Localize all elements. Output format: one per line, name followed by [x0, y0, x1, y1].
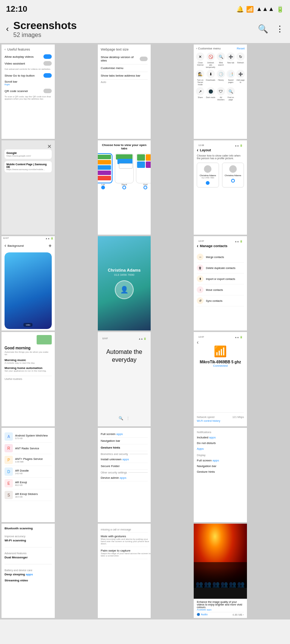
merge-contacts-option[interactable]: ↔ Merge contacts [197, 252, 244, 263]
refresh-icon[interactable]: ↻ Refresh [236, 52, 245, 68]
tabs-below-option[interactable]: Show tabs below address bar [101, 72, 148, 80]
cell-manage-contacts[interactable]: 12:07 ▲▲ 🔋 ‹ Manage contacts ↔ Merge con… [194, 236, 247, 330]
dark-mode-icon[interactable]: 🌑 Dark mode [206, 87, 215, 101]
customise-menu-option[interactable]: Customise menu [101, 65, 148, 72]
qr-scanner-item: QR code scanner To scan a QR code, tap t… [5, 89, 52, 100]
tabs-options: List Stack [98, 153, 151, 189]
layout-radio-1[interactable] [206, 181, 210, 185]
close-tabs-button[interactable]: ✕ [47, 143, 52, 149]
layout-option-2[interactable]: Christina Adams [222, 163, 244, 188]
downloads-icon[interactable]: ⬇ Downloads [206, 70, 215, 86]
desktop-version-row[interactable]: Show desktop version of sites [101, 54, 148, 65]
background-back-icon[interactable]: ‹ [5, 243, 6, 248]
ad-blockers-icon[interactable]: 🛡 Ad blockers [217, 87, 225, 101]
cell-notifications[interactable]: Notifications Included apps Do not distu… [194, 428, 247, 522]
wifi-back-icon[interactable]: ‹ [197, 339, 244, 345]
customise-back-nav: ‹ Customise menu [196, 47, 221, 50]
saved-pages-icon[interactable]: 📑 Saved pages [227, 70, 235, 86]
wifi-history-link[interactable]: Wi-Fi control history [197, 418, 244, 423]
fullscreen-apps-notif[interactable]: Full screen apps [197, 458, 244, 463]
delete-icon: 🗑 [197, 264, 204, 271]
navbar-item: Navigation bar [101, 438, 148, 444]
web-search-icon[interactable]: 🔍 Web search [217, 52, 225, 68]
stack-radio[interactable] [122, 186, 126, 189]
secret-mode-icon[interactable]: 🕵 Turn on Secret mode [196, 70, 204, 86]
layout-options: Christina Adams 012 3456 7890 Christina … [197, 163, 244, 188]
manage-contacts-title: Manage contacts [200, 244, 227, 248]
desktop-toggle[interactable] [140, 57, 148, 61]
dnd-item[interactable]: Do not disturb [197, 440, 244, 446]
new-tab-icon[interactable]: ➕ New tab [227, 52, 235, 68]
layout-back-icon[interactable]: ‹ [197, 148, 198, 153]
app-ant-radio[interactable]: R ANT Radio Service [5, 443, 52, 454]
gotop-toggle[interactable] [43, 73, 52, 78]
video-badge: video [23, 323, 32, 327]
dnd-apps-link[interactable]: Apps [197, 446, 244, 452]
cell-automate[interactable]: 12:07 ▲▲ 🔋 Automate the everyday 🔍 ⋮ [98, 332, 151, 426]
manage-back-icon[interactable]: ‹ [197, 243, 198, 249]
contact-avatar: 👤 [115, 280, 134, 299]
cell-wifi[interactable]: 12:07 ▲▲ 🔋 ‹ 📶 MikroTik-6969BB 5 ghz Con… [194, 332, 247, 426]
cell-routines[interactable]: Good morning Automate the things you do … [2, 332, 55, 426]
more-button[interactable]: ⋮ [276, 24, 284, 34]
morning-automation-item: Morning home automation Set your applian… [5, 366, 52, 372]
app-webview[interactable]: A Android System WebView 575 KB [5, 431, 52, 443]
wifi-speed-row: Network speed 121 Mbps [197, 412, 244, 418]
cell-customise-menu[interactable]: ‹ Customise menu Reset ✕ Close Internet … [194, 45, 247, 139]
grid-option[interactable]: Grid [136, 153, 151, 189]
cell-choose-tabs[interactable]: Choose how to view your open tabs List [98, 140, 151, 235]
cell-background[interactable]: 12:07 ▲▲ 🔋 ‹ Background + video [2, 236, 55, 330]
cell-tabs-preview[interactable]: ✕ Google https://www.google.com/ Mobile … [2, 140, 55, 235]
close-internet-icon[interactable]: ✕ Close Internet [196, 52, 204, 68]
cell-security-settings[interactable]: Full screen apps Navigation bar Gesture … [98, 428, 151, 522]
cell-contact-card[interactable]: Christina Adams 013 3456 7690 👤 [98, 236, 151, 330]
tab-samsung[interactable]: Mobile Content Page | Samsung DE https:/… [5, 161, 52, 172]
automate-search-icon[interactable]: 🔍 [119, 416, 123, 420]
background-add-button[interactable]: + [48, 243, 51, 249]
cell-layout[interactable]: 12:08 ▲▲ 🔋 ‹ Layout Choose how to show c… [194, 140, 247, 235]
grid-radio[interactable] [143, 186, 147, 189]
app-ar-emoji[interactable]: E AR Emoji 602 KB [5, 478, 52, 489]
import-export-option[interactable]: ⬆ Import or export contacts [197, 274, 244, 284]
stack-option[interactable]: Stack [115, 153, 134, 189]
move-contacts-option[interactable]: ↕ Move contacts [197, 284, 244, 295]
unblock-ads-icon[interactable]: 🚫 Unblock ads temporarily [206, 52, 215, 68]
video-toggle[interactable] [43, 61, 52, 66]
cell-webpage-text[interactable]: Webpage text size Show desktop version o… [98, 45, 151, 139]
speed-value: 121 Mbps [232, 416, 244, 418]
back-button[interactable]: ‹ [6, 24, 9, 34]
icon-grid: ✕ Close Internet 🚫 Unblock ads temporari… [196, 52, 245, 101]
app-ar-doodle[interactable]: D AR Doodle 142 KB [5, 466, 52, 478]
layout-radio-2[interactable] [231, 179, 235, 183]
app-ant-plugins[interactable]: P ANT+ Plugins Service 3.09 MB [5, 454, 52, 466]
wifi-status: Connected [197, 364, 244, 367]
share-icon[interactable]: ↗ Share [196, 87, 204, 101]
find-on-page-icon[interactable]: 🔍 Find on page [227, 87, 235, 101]
add-page-icon[interactable]: ➕ Add page to [236, 70, 245, 86]
history-icon[interactable]: 🕒 History [217, 70, 225, 86]
cell-useful-features[interactable]: ‹ Useful features Allow autoplay videos … [2, 45, 55, 139]
autoplay-toggle[interactable] [43, 54, 52, 59]
available-apps-link[interactable]: Available apps [197, 609, 244, 611]
wifi-signal-icon: 📶 [214, 345, 227, 358]
list-radio[interactable] [101, 186, 105, 189]
delete-duplicate-option[interactable]: 🗑 Delete duplicate contacts [197, 263, 244, 274]
automate-more-icon[interactable]: ⋮ [126, 416, 130, 420]
battery-care-label: Battery and device care [5, 569, 52, 572]
list-option[interactable]: List [98, 153, 113, 189]
cell-concert[interactable]: 👥👥👥👥👥👥 Enhance the image quality of your… [194, 524, 247, 618]
cell-gestures[interactable]: missing a call or message Mute with gest… [98, 524, 151, 618]
speed-label: Network speed [197, 416, 214, 418]
layout-option-1[interactable]: Christina Adams 012 3456 7890 [197, 163, 219, 188]
included-apps-item[interactable]: Included apps [197, 435, 244, 440]
cell-scanning[interactable]: Bluetooth scanning Improve accuracy Wi-F… [2, 524, 55, 618]
sync-contacts-option[interactable]: ↺ Sync contacts [197, 295, 244, 306]
avatar-1 [204, 165, 211, 173]
cell-apps-list[interactable]: A Android System WebView 575 KB R ANT Ra… [2, 428, 55, 522]
navbar-notif[interactable]: Navigation bar [197, 463, 244, 469]
search-button[interactable]: 🔍 [258, 24, 268, 34]
reset-button[interactable]: Reset [237, 47, 245, 50]
tab-google[interactable]: Google https://www.google.com/ [5, 149, 52, 159]
qr-toggle[interactable] [43, 89, 52, 93]
app-ar-emoji-stickers[interactable]: S AR Emoji Stickers 364 KB [5, 489, 52, 501]
